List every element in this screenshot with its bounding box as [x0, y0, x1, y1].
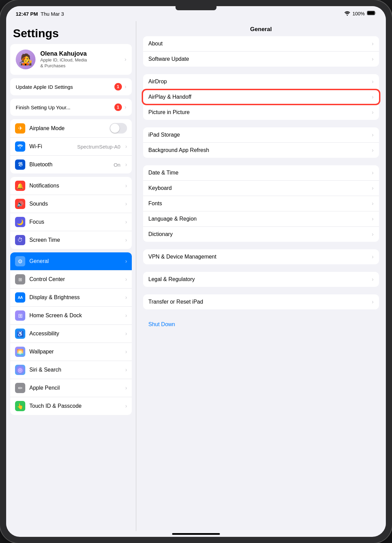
airdrop-chevron: › — [372, 79, 374, 85]
fonts-chevron: › — [372, 200, 374, 207]
right-item-fonts[interactable]: Fonts › — [143, 196, 379, 211]
svg-rect-2 — [367, 11, 375, 15]
vpn-device-management-label: VPN & Device Management — [149, 254, 369, 260]
sidebar: Settings 🧑‍🎤 Olena Kahujova Apple ID, iC… — [6, 21, 136, 531]
apple-pencil-chevron: › — [125, 385, 127, 391]
right-item-date-time[interactable]: Date & Time › — [143, 165, 379, 181]
right-item-ipad-storage[interactable]: iPad Storage › — [143, 127, 379, 143]
right-item-background-app-refresh[interactable]: Background App Refresh › — [143, 143, 379, 158]
right-group-4: Date & Time › Keyboard › Fonts › Langu — [143, 165, 379, 242]
right-item-vpn-device-management[interactable]: VPN & Device Management › — [143, 249, 379, 264]
battery-percent: 100% — [352, 11, 365, 16]
accessibility-icon: ♿ — [15, 329, 25, 339]
background-app-refresh-chevron: › — [372, 147, 374, 153]
focus-icon: 🌙 — [15, 217, 25, 227]
focus-chevron: › — [125, 219, 127, 225]
wallpaper-label: Wallpaper — [29, 349, 123, 355]
svg-point-3 — [20, 148, 21, 149]
airplay-handoff-label: AirPlay & Handoff — [149, 94, 369, 100]
update-apple-id-banner[interactable]: Update Apple ID Settings 1 › — [10, 78, 132, 95]
status-time: 12:47 PM — [16, 11, 38, 17]
sidebar-item-display-brightness[interactable]: AA Display & Brightness › — [10, 289, 132, 307]
right-item-language-region[interactable]: Language & Region › — [143, 211, 379, 227]
dictionary-label: Dictionary — [149, 231, 369, 237]
sidebar-item-wifi[interactable]: Wi-Fi SpectrumSetup-A0 › — [10, 138, 132, 156]
picture-in-picture-label: Picture in Picture — [149, 109, 369, 115]
sounds-icon: 🔊 — [15, 199, 25, 209]
siri-icon: ◎ — [15, 365, 25, 375]
date-time-chevron: › — [372, 170, 374, 176]
sidebar-item-general[interactable]: ⚙ General › — [10, 252, 132, 270]
sidebar-item-control-center[interactable]: ⊞ Control Center › — [10, 270, 132, 289]
right-item-dictionary[interactable]: Dictionary › — [143, 227, 379, 242]
sidebar-item-airplane-mode[interactable]: ✈ Airplane Mode — [10, 119, 132, 138]
bluetooth-chevron-icon: › — [125, 162, 127, 168]
right-item-about[interactable]: About › — [143, 36, 379, 52]
ipad-storage-chevron: › — [372, 132, 374, 138]
airplane-mode-icon: ✈ — [15, 123, 25, 134]
apple-pencil-label: Apple Pencil — [29, 385, 123, 391]
screen-time-icon: ⏱ — [15, 235, 25, 245]
sounds-label: Sounds — [29, 201, 123, 207]
sidebar-item-touch-id-passcode[interactable]: 👆 Touch ID & Passcode › — [10, 397, 132, 415]
right-item-transfer-reset-ipad[interactable]: Transfer or Reset iPad › — [143, 294, 379, 309]
sidebar-item-siri-search[interactable]: ◎ Siri & Search › — [10, 361, 132, 379]
control-center-icon: ⊞ — [15, 274, 25, 284]
notifications-group: 🔔 Notifications › 🔊 Sounds › 🌙 Focus › — [10, 177, 132, 249]
home-screen-icon: ⊞ — [15, 310, 25, 321]
shutdown-button[interactable]: Shut Down — [143, 317, 379, 332]
main-content: Settings 🧑‍🎤 Olena Kahujova Apple ID, iC… — [6, 21, 386, 531]
sidebar-item-accessibility[interactable]: ♿ Accessibility › — [10, 325, 132, 343]
sidebar-item-focus[interactable]: 🌙 Focus › — [10, 213, 132, 231]
badge-2: 1 — [114, 103, 122, 111]
wifi-icon — [344, 11, 350, 17]
sidebar-item-wallpaper[interactable]: 🌅 Wallpaper › — [10, 343, 132, 361]
sidebar-item-sounds[interactable]: 🔊 Sounds › — [10, 195, 132, 213]
home-indicator[interactable] — [172, 533, 220, 535]
svg-point-0 — [347, 15, 348, 16]
device-frame: 12:47 PM Thu Mar 3 100% — [0, 0, 392, 543]
connectivity-group: ✈ Airplane Mode — [10, 119, 132, 173]
right-group-5: VPN & Device Management › — [143, 249, 379, 264]
right-item-software-update[interactable]: Software Update › — [143, 52, 379, 67]
right-item-airplay-handoff[interactable]: AirPlay & Handoff › — [143, 89, 379, 105]
avatar-emoji: 🧑‍🎤 — [19, 53, 32, 66]
sidebar-item-bluetooth[interactable]: 𝔅 Bluetooth On › — [10, 156, 132, 173]
right-panel-content: About › Software Update › AirDrop — [136, 36, 386, 342]
profile-card[interactable]: 🧑‍🎤 Olena Kahujova Apple ID, iCloud, Med… — [10, 44, 132, 75]
home-screen-chevron: › — [125, 312, 127, 319]
wifi-value: SpectrumSetup-A0 — [77, 144, 121, 150]
fonts-label: Fonts — [149, 200, 369, 207]
legal-regulatory-label: Legal & Regulatory — [149, 276, 369, 282]
badge-1: 1 — [114, 83, 122, 90]
right-group-3: iPad Storage › Background App Refresh › — [143, 127, 379, 158]
general-label: General — [29, 258, 123, 264]
right-item-keyboard[interactable]: Keyboard › — [143, 181, 379, 196]
right-item-airdrop[interactable]: AirDrop › — [143, 74, 379, 89]
general-chevron: › — [125, 258, 127, 264]
ipad-storage-label: iPad Storage — [149, 132, 369, 138]
sidebar-item-notifications[interactable]: 🔔 Notifications › — [10, 177, 132, 195]
bluetooth-label: Bluetooth — [29, 162, 114, 168]
right-group-1: About › Software Update › — [143, 36, 379, 67]
banner-chevron-1: › — [125, 84, 126, 90]
status-right: 100% — [344, 11, 376, 17]
siri-chevron: › — [125, 367, 127, 373]
notifications-label: Notifications — [29, 183, 123, 189]
sidebar-item-screen-time[interactable]: ⏱ Screen Time › — [10, 231, 132, 249]
sidebar-item-home-screen-dock[interactable]: ⊞ Home Screen & Dock › — [10, 307, 132, 325]
dictionary-chevron: › — [372, 231, 374, 237]
sounds-chevron: › — [125, 201, 127, 207]
avatar: 🧑‍🎤 — [16, 50, 36, 69]
right-item-legal-regulatory[interactable]: Legal & Regulatory › — [143, 272, 379, 287]
sidebar-item-apple-pencil[interactable]: ✏ Apple Pencil › — [10, 379, 132, 397]
right-group-6: Legal & Regulatory › — [143, 272, 379, 287]
wallpaper-icon: 🌅 — [15, 347, 25, 357]
control-center-chevron: › — [125, 276, 127, 282]
right-item-picture-in-picture[interactable]: Picture in Picture › — [143, 105, 379, 120]
banner-chevron-2: › — [125, 104, 126, 110]
touch-id-label: Touch ID & Passcode — [29, 403, 123, 409]
finish-setup-banner[interactable]: Finish Setting Up Your... 1 › — [10, 99, 132, 116]
keyboard-label: Keyboard — [149, 185, 369, 191]
airplane-mode-toggle[interactable] — [110, 123, 127, 134]
